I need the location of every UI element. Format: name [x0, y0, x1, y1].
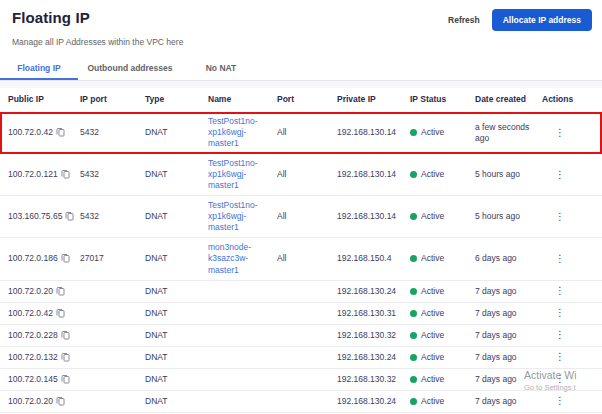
status-dot [410, 213, 417, 220]
tab-outbound-addresses[interactable]: Outbound addresses [78, 57, 182, 80]
public-ip-value: 100.72.0.145 [8, 374, 58, 385]
status-dot [410, 310, 417, 317]
public-ip-value: 103.160.75.65 [8, 211, 62, 222]
port-cell [269, 309, 329, 317]
public-ip-cell: 103.160.75.65 [0, 207, 72, 226]
status-dot [410, 398, 417, 405]
public-ip-value: 100.72.0.42 [8, 308, 53, 319]
ip-status-cell: Active [402, 348, 467, 367]
name-cell [200, 375, 269, 383]
copy-icon[interactable] [61, 374, 70, 384]
resource-name-link[interactable]: TestPost1no-xp1k6wgj-master1 [208, 116, 267, 149]
row-menu-button[interactable]: ⋮ [552, 329, 568, 341]
status-label: Active [421, 396, 444, 407]
date-created-cell: 6 days ago [467, 249, 534, 268]
status-dot [410, 255, 417, 262]
public-ip-cell: 100.72.0.20 [0, 392, 72, 411]
type-cell: DNAT [137, 123, 200, 142]
type-cell: DNAT [137, 249, 200, 268]
type-cell: DNAT [137, 370, 200, 389]
name-cell [200, 331, 269, 339]
row-menu-button[interactable]: ⋮ [552, 169, 568, 181]
status-label: Active [421, 374, 444, 385]
name-cell [200, 287, 269, 295]
tab-bar: Floating IP Outbound addresses No NAT [0, 57, 602, 81]
actions-cell: ⋮ [534, 369, 594, 389]
row-menu-button[interactable]: ⋮ [552, 351, 568, 363]
copy-icon[interactable] [56, 396, 65, 406]
page-header: Floating IP Refresh Allocate IP address … [0, 0, 602, 47]
private-ip-cell: 192.168.130.24 [329, 282, 402, 301]
name-cell [200, 397, 269, 405]
refresh-button[interactable]: Refresh [446, 11, 482, 29]
table-row: 100.72.0.42 5432 DNAT TestPost1no-xp1k6w… [0, 112, 602, 154]
private-ip-cell: 192.168.150.4 [329, 249, 402, 268]
ip-status-cell: Active [402, 165, 467, 184]
date-created-cell: 5 hours ago [467, 207, 534, 226]
ip-status-cell: Active [402, 249, 467, 268]
port-cell: All [269, 123, 329, 142]
private-ip-cell: 192.168.130.32 [329, 326, 402, 345]
actions-cell: ⋮ [534, 303, 594, 323]
column-header-type: Type [137, 88, 200, 111]
status-dot [410, 354, 417, 361]
date-created-cell: 7 days ago [467, 326, 534, 345]
resource-name-link[interactable]: mon3node-k3sazc3w-master1 [208, 242, 267, 275]
port-cell [269, 353, 329, 361]
table-row: 100.72.0.20 DNAT 192.168.130.24 Active 7… [0, 281, 602, 303]
column-header-actions: Actions [534, 88, 594, 111]
table-row: 100.72.0.145 DNAT 192.168.130.32 Active … [0, 369, 602, 391]
name-cell [200, 353, 269, 361]
row-menu-button[interactable]: ⋮ [552, 307, 568, 319]
name-cell: TestPost1no-xp1k6wgj-master1 [200, 196, 269, 237]
private-ip-cell: 192.168.130.14 [329, 207, 402, 226]
name-cell: TestPost1no-xp1k6wgj-master1 [200, 154, 269, 195]
tab-no-nat[interactable]: No NAT [182, 57, 260, 80]
copy-icon[interactable] [56, 127, 65, 137]
copy-icon[interactable] [61, 169, 70, 179]
row-menu-button[interactable]: ⋮ [552, 253, 568, 265]
ip-port-cell [72, 397, 137, 405]
date-created-cell: 7 days ago [467, 392, 534, 411]
column-header-public-ip: Public IP [0, 88, 72, 111]
row-menu-button[interactable]: ⋮ [552, 395, 568, 407]
public-ip-cell: 100.72.0.42 [0, 304, 72, 323]
date-created-cell: 7 days ago [467, 304, 534, 323]
table-header-row: Public IP IP port Type Name Port Private… [0, 88, 602, 112]
name-cell: TestPost1no-xp1k6wgj-master1 [200, 112, 269, 153]
floating-ip-page: Floating IP Refresh Allocate IP address … [0, 0, 602, 414]
column-header-port: Port [269, 88, 329, 111]
copy-icon[interactable] [56, 286, 65, 296]
ip-status-cell: Active [402, 304, 467, 323]
copy-icon[interactable] [61, 352, 70, 362]
type-cell: DNAT [137, 392, 200, 411]
copy-icon[interactable] [61, 330, 70, 340]
column-header-ip-status: IP Status [402, 88, 467, 111]
column-header-private-ip: Private IP [329, 88, 402, 111]
tab-floating-ip[interactable]: Floating IP [0, 57, 78, 80]
row-menu-button[interactable]: ⋮ [552, 211, 568, 223]
public-ip-cell: 100.72.0.20 [0, 282, 72, 301]
ip-port-cell [72, 287, 137, 295]
status-dot [410, 332, 417, 339]
header-actions: Refresh Allocate IP address [446, 9, 592, 31]
column-header-date-created: Date created [467, 88, 534, 111]
ip-port-cell: 5432 [72, 165, 137, 184]
row-menu-button[interactable]: ⋮ [552, 127, 568, 139]
public-ip-cell: 100.72.0.132 [0, 348, 72, 367]
public-ip-cell: 100.72.0.228 [0, 326, 72, 345]
ip-status-cell: Active [402, 123, 467, 142]
resource-name-link[interactable]: TestPost1no-xp1k6wgj-master1 [208, 158, 267, 191]
port-cell: All [269, 207, 329, 226]
resource-name-link[interactable]: TestPost1no-xp1k6wgj-master1 [208, 200, 267, 233]
row-menu-button[interactable]: ⋮ [552, 373, 568, 385]
copy-icon[interactable] [56, 308, 65, 318]
actions-cell: ⋮ [534, 123, 594, 143]
ip-status-cell: Active [402, 326, 467, 345]
type-cell: DNAT [137, 282, 200, 301]
date-created-cell: 5 hours ago [467, 165, 534, 184]
copy-icon[interactable] [61, 253, 70, 263]
ip-port-cell [72, 331, 137, 339]
allocate-ip-address-button[interactable]: Allocate IP address [492, 9, 592, 31]
row-menu-button[interactable]: ⋮ [552, 285, 568, 297]
